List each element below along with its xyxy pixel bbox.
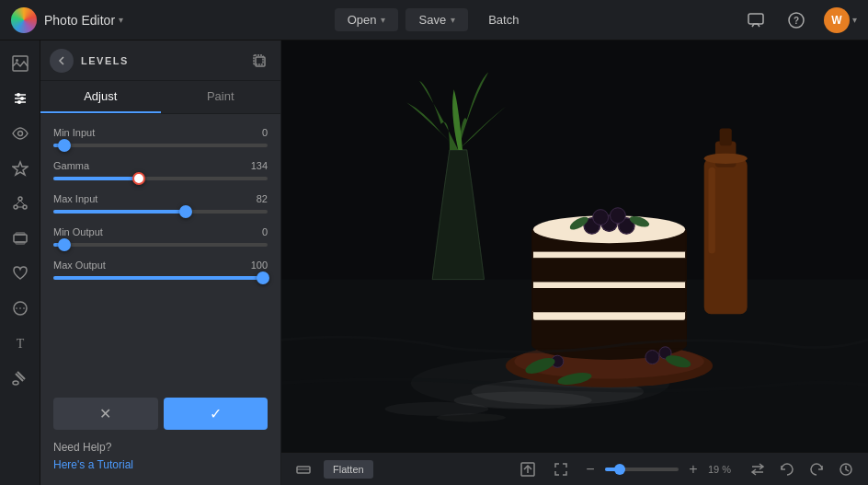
- icon-bar-heart-btn[interactable]: [5, 258, 36, 289]
- app-name-group[interactable]: Photo Editor ▾: [44, 13, 123, 28]
- icon-bar-nodes-btn[interactable]: [5, 188, 36, 219]
- min-output-thumb[interactable]: [58, 238, 71, 251]
- save-button[interactable]: Save ▾: [405, 8, 468, 31]
- min-input-thumb[interactable]: [58, 139, 71, 152]
- bottom-bar: Flatten −: [281, 452, 868, 485]
- min-input-label: Min Input: [53, 127, 95, 138]
- svg-point-10: [17, 100, 21, 104]
- max-output-slider[interactable]: [53, 276, 268, 280]
- open-button[interactable]: Open ▾: [335, 8, 399, 31]
- image-icon: [12, 55, 29, 72]
- gamma-label: Gamma: [53, 160, 89, 171]
- min-output-label-row: Min Output 0: [53, 226, 268, 237]
- flatten-button[interactable]: Flatten: [324, 460, 373, 479]
- icon-bar-eye-btn[interactable]: [5, 118, 36, 149]
- svg-point-66: [704, 154, 748, 164]
- icon-bar-brush-btn[interactable]: [5, 363, 36, 394]
- topbar-center: Open ▾ Save ▾ Batch: [123, 8, 743, 31]
- svg-point-15: [23, 205, 27, 209]
- cancel-button[interactable]: ✕: [53, 398, 158, 430]
- undo-button[interactable]: [774, 456, 800, 482]
- icon-bar-star-btn[interactable]: [5, 153, 36, 184]
- fullscreen-button[interactable]: [548, 456, 574, 482]
- svg-line-17: [20, 201, 25, 205]
- redo-button[interactable]: [804, 456, 829, 482]
- gamma-value: 134: [251, 160, 268, 171]
- gamma-slider[interactable]: [53, 177, 268, 180]
- cancel-icon: ✕: [99, 405, 111, 422]
- flatten-label: Flatten: [333, 464, 364, 475]
- svg-rect-67: [708, 167, 715, 254]
- app-name-label: Photo Editor: [44, 13, 115, 28]
- max-input-label-row: Max Input 82: [53, 193, 268, 204]
- user-menu[interactable]: W ▾: [824, 7, 857, 33]
- help-button[interactable]: ?: [783, 7, 809, 33]
- app-logo[interactable]: [11, 7, 37, 33]
- text-icon: T: [12, 335, 29, 352]
- icon-bar-image-btn[interactable]: [5, 48, 36, 79]
- batch-label: Batch: [488, 13, 519, 27]
- copy-icon: [252, 53, 267, 68]
- gamma-control: Gamma 134: [53, 160, 268, 180]
- user-chevron: ▾: [852, 15, 857, 25]
- tab-adjust[interactable]: Adjust: [40, 81, 161, 113]
- open-label: Open: [348, 13, 377, 27]
- icon-bar-text-btn[interactable]: T: [5, 328, 36, 359]
- chat-icon: [747, 11, 765, 29]
- min-output-slider[interactable]: [53, 243, 268, 247]
- bottom-right-icons: [745, 456, 859, 482]
- svg-marker-12: [13, 162, 28, 175]
- nodes-icon: [12, 195, 29, 212]
- zoom-slider[interactable]: [605, 468, 679, 471]
- svg-point-57: [645, 351, 659, 364]
- min-output-value: 0: [262, 226, 268, 237]
- undo-icon: [780, 462, 794, 477]
- max-input-label: Max Input: [53, 193, 97, 204]
- gamma-fill: [53, 177, 139, 180]
- min-input-slider[interactable]: [53, 144, 268, 147]
- export-button[interactable]: [515, 456, 541, 482]
- zoom-slider-thumb[interactable]: [614, 464, 625, 475]
- panel-header: LEVELS: [40, 40, 280, 81]
- bottom-layers-button[interactable]: [291, 456, 316, 482]
- zoom-in-button[interactable]: +: [684, 460, 702, 479]
- icon-bar-adjust-btn[interactable]: [5, 83, 36, 114]
- svg-point-6: [17, 93, 20, 97]
- svg-rect-20: [16, 233, 25, 235]
- eye-icon: [12, 125, 29, 142]
- topbar: Photo Editor ▾ Open ▾ Save ▾ Batch ?: [0, 0, 868, 40]
- svg-point-8: [20, 97, 24, 100]
- max-input-slider[interactable]: [53, 210, 268, 214]
- help-title: Need Help?: [53, 441, 268, 454]
- max-output-control: Max Output 100: [53, 260, 268, 280]
- canvas-area: Flatten −: [281, 40, 868, 485]
- panel-back-button[interactable]: [50, 49, 74, 73]
- canvas-image: [281, 40, 868, 452]
- canvas-scene: [281, 40, 868, 452]
- max-output-thumb[interactable]: [257, 271, 269, 284]
- gamma-thumb[interactable]: [132, 172, 145, 185]
- panel-copy-button[interactable]: [247, 49, 271, 73]
- zoom-out-button[interactable]: −: [581, 460, 600, 479]
- batch-button[interactable]: Batch: [475, 8, 531, 31]
- user-avatar[interactable]: W: [824, 7, 850, 33]
- icon-bar-shape-btn[interactable]: [5, 293, 36, 324]
- help-link[interactable]: Here's a Tutorial: [53, 458, 133, 471]
- tab-paint[interactable]: Paint: [161, 81, 281, 113]
- svg-point-14: [14, 205, 17, 209]
- save-chevron: ▾: [451, 15, 455, 25]
- svg-rect-65: [720, 128, 732, 145]
- svg-point-53: [593, 210, 609, 225]
- confirm-button[interactable]: ✓: [164, 398, 268, 430]
- chat-button[interactable]: [743, 7, 769, 33]
- max-output-label: Max Output: [53, 260, 106, 271]
- min-output-label: Min Output: [53, 226, 103, 237]
- brush-icon: [12, 370, 29, 387]
- svg-point-4: [16, 59, 18, 62]
- max-input-thumb[interactable]: [179, 205, 192, 218]
- icon-bar-layers-btn[interactable]: [5, 223, 36, 254]
- history-button[interactable]: [833, 456, 859, 482]
- save-label: Save: [418, 13, 446, 27]
- svg-point-54: [610, 208, 625, 224]
- swap-button[interactable]: [745, 456, 771, 482]
